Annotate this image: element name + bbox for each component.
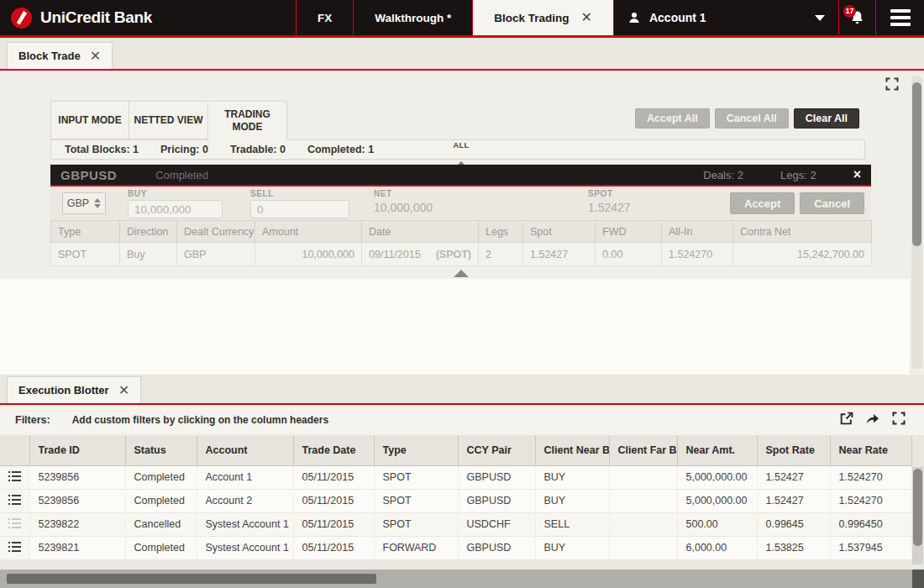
collapse-all-label: ALL — [446, 141, 476, 150]
col-header-client-far-base[interactable]: Client Far Base — [609, 435, 677, 465]
top-nav: FXWalkthrough *Block Trading✕ — [296, 0, 613, 35]
topnav-tab-block-trading[interactable]: Block Trading✕ — [472, 0, 613, 35]
cell-dealt-currency: GBP — [177, 243, 255, 266]
col-header-near-amt[interactable]: Near Amt. — [677, 435, 757, 465]
notifications-button[interactable]: 17 — [838, 0, 875, 35]
cell-account: Systest Account 1 — [197, 512, 293, 536]
col-header-spot-rate[interactable]: Spot Rate — [757, 435, 830, 465]
blotter-row[interactable]: 5239822CancelledSystest Account 105/11/2… — [0, 512, 911, 536]
app-root: UniCredit Bank FXWalkthrough *Block Trad… — [0, 0, 924, 588]
blotter-row[interactable]: 5239856CompletedAccount 105/11/2015SPOTG… — [0, 465, 911, 489]
block-deal-row[interactable]: SPOTBuyGBP10,000,00009/11/2015(SPOT)21.5… — [51, 243, 872, 266]
collapse-up-icon — [454, 270, 469, 277]
panel-vertical-scrollbar[interactable] — [911, 76, 922, 370]
collapse-block-toggle[interactable] — [50, 266, 871, 280]
brand: UniCredit Bank — [0, 0, 296, 35]
scrollbar-thumb[interactable] — [912, 82, 921, 246]
cancel-button[interactable]: Cancel — [800, 192, 864, 214]
net-field-group: NET 10,000,000 — [374, 189, 433, 214]
collapse-all-toggle[interactable]: ALL — [446, 141, 476, 161]
date-tag: (SPOT) — [436, 249, 471, 260]
close-block-icon[interactable]: × — [853, 168, 861, 181]
cancel-all-button[interactable]: Cancel All — [715, 108, 789, 129]
topnav-tab-fx[interactable]: FX — [296, 0, 353, 35]
menu-button[interactable] — [875, 0, 924, 35]
block-form: GBP BUY SELL NET 10,000,000 SPOT 1. — [50, 186, 871, 220]
mode-tab-trading-mode[interactable]: TRADING MODE — [208, 101, 287, 140]
cell-contra-net: 15,242,700.00 — [733, 243, 872, 266]
top-app-bar: UniCredit Bank FXWalkthrough *Block Trad… — [0, 0, 924, 38]
sell-amount-input[interactable] — [250, 200, 349, 218]
row-menu-cell[interactable] — [0, 465, 29, 489]
cell-all-in: 1.524270 — [662, 243, 733, 266]
filters-label: Filters: — [15, 414, 50, 426]
cell-ccy-pair: USDCHF — [458, 512, 535, 536]
col-header-client-near-bas[interactable]: Client Near Bas — [535, 435, 609, 465]
cell-trade-date: 05/11/2015 — [293, 536, 374, 559]
row-menu-icon[interactable] — [8, 472, 21, 484]
tab-execution-blotter[interactable]: Execution Blotter ✕ — [7, 376, 141, 403]
accept-button[interactable]: Accept — [730, 192, 795, 214]
share-icon[interactable] — [865, 412, 880, 428]
row-menu-cell[interactable] — [0, 489, 29, 512]
col-header-trade-date[interactable]: Trade Date — [293, 435, 374, 465]
mode-tab-netted-view[interactable]: NETTED VIEW — [129, 101, 208, 139]
open-in-new-icon[interactable] — [839, 412, 853, 429]
row-menu-icon[interactable] — [8, 543, 21, 554]
col-header-status[interactable]: Status — [125, 435, 197, 465]
fullscreen-icon[interactable] — [885, 77, 899, 94]
net-value: 10,000,000 — [374, 201, 433, 214]
blotter-horizontal-scrollbar[interactable] — [0, 570, 924, 588]
cell-type: SPOT — [51, 243, 120, 266]
cell-account: Account 2 — [197, 489, 293, 512]
cell-ccy-pair: GBPUSD — [458, 489, 535, 512]
blotter-vertical-scrollbar[interactable] — [912, 467, 923, 564]
clear-all-button[interactable]: Clear All — [794, 108, 859, 129]
chevron-down-icon[interactable] — [815, 15, 825, 21]
cell-trade-date: 05/11/2015 — [293, 512, 374, 536]
close-icon[interactable]: ✕ — [118, 384, 129, 397]
blotter-header-row: Trade IDStatusAccountTrade DateTypeCCY P… — [0, 435, 911, 465]
cell-spot-rate: 1.53825 — [757, 536, 830, 559]
legs-count: Legs: 2 — [780, 169, 816, 181]
mode-tab-input-mode[interactable]: INPUT MODE — [50, 101, 129, 139]
tab-label: Block Trade — [18, 50, 81, 62]
row-menu-cell[interactable] — [0, 536, 29, 559]
account-menu[interactable]: Account 1 — [613, 0, 838, 35]
accept-all-button[interactable]: Accept All — [635, 108, 710, 129]
col-header-ccy-pair[interactable]: CCY Pair — [458, 435, 535, 465]
tab-label: Execution Blotter — [18, 384, 109, 396]
blotter-tabbar: Execution Blotter ✕ — [0, 375, 924, 405]
dealt-currency-select[interactable]: GBP — [62, 192, 106, 214]
unicredit-logo — [10, 7, 33, 29]
notification-badge: 17 — [843, 5, 856, 18]
filters-hint: Add custom filters by clicking on the co… — [72, 414, 328, 426]
cell-near-rate: 0.996450 — [830, 512, 911, 536]
stat-completed: Completed: 1 — [307, 144, 374, 155]
buy-amount-input[interactable] — [128, 200, 223, 218]
row-menu-cell[interactable] — [0, 512, 29, 536]
scrollbar-thumb[interactable] — [7, 574, 376, 584]
user-icon — [627, 11, 641, 24]
buy-field-group: BUY — [128, 189, 223, 218]
col-header-near-rate[interactable]: Near Rate — [830, 435, 911, 465]
cell-type: SPOT — [374, 512, 458, 536]
block-actions: Accept Cancel — [730, 192, 864, 214]
row-menu-icon[interactable] — [8, 496, 21, 507]
close-icon[interactable]: ✕ — [581, 11, 592, 24]
blotter-row[interactable]: 5239821CompletedSystest Account 105/11/2… — [0, 536, 911, 559]
blotter-row[interactable]: 5239856CompletedAccount 205/11/2015SPOTG… — [0, 489, 911, 512]
col-header-row-menu — [0, 435, 29, 465]
block-trade-panel: INPUT MODENETTED VIEWTRADING MODE Accept… — [0, 71, 924, 375]
cell-status: Completed — [125, 536, 197, 559]
col-header-type[interactable]: Type — [374, 435, 458, 465]
topnav-tab-walkthrough[interactable]: Walkthrough * — [353, 0, 472, 35]
close-icon[interactable]: ✕ — [90, 50, 101, 63]
tab-block-trade[interactable]: Block Trade ✕ — [7, 42, 113, 69]
col-header-trade-id[interactable]: Trade ID — [29, 435, 125, 465]
scrollbar-thumb[interactable] — [913, 469, 922, 546]
row-menu-icon — [8, 519, 21, 531]
cell-date: 09/11/2015(SPOT) — [362, 243, 479, 266]
col-header-account[interactable]: Account — [197, 435, 293, 465]
fullscreen-icon[interactable] — [892, 412, 906, 428]
